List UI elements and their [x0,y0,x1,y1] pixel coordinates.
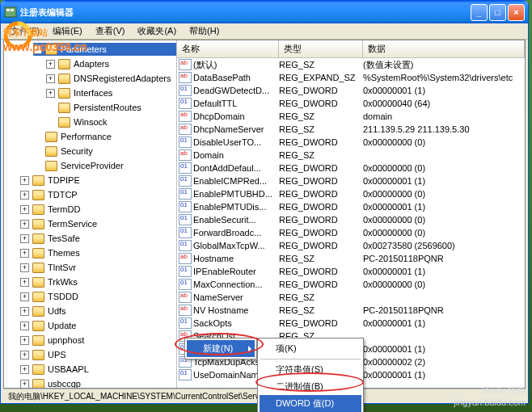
tree-item[interactable]: +USBAAPL [20,363,176,376]
list-row[interactable]: ForwardBroadc...REG_DWORD0x00000000 (0) [177,226,525,239]
value-name: IPEnableRouter [193,267,279,276]
tree-toggle-icon[interactable]: + [46,60,55,69]
tree-toggle-icon[interactable]: + [20,278,29,287]
tree-item[interactable]: −Parameters [33,43,176,56]
menu-view[interactable]: 查看(V) [89,23,132,39]
tree-item[interactable]: +TSDDD [20,290,176,303]
list-row[interactable]: EnableICMPRed...REG_DWORD0x00000001 (1) [177,174,525,187]
tree-item[interactable]: PersistentRoutes [46,101,176,114]
value-data: 0x00000000 (0) [363,163,525,173]
tree-item-label: TDPIPE [48,175,80,185]
tree-item[interactable]: +upnphost [20,334,176,347]
tree-item[interactable]: Performance [33,130,176,143]
tree-toggle-icon[interactable]: + [20,220,29,229]
list-row[interactable]: MaxConnection...REG_DWORD0x00000000 (0) [177,278,525,291]
value-type: REG_SZ [279,292,363,302]
list-row[interactable]: DataBasePathREG_EXPAND_SZ%SystemRoot%\Sy… [177,71,525,84]
tree-item[interactable]: +Adapters [46,57,176,70]
tree-toggle-icon[interactable]: + [20,234,29,243]
list-row[interactable]: DisableUserTO...REG_DWORD0x00000000 (0) [177,136,525,149]
tree-toggle-icon[interactable]: + [20,191,29,200]
tree-item-label: TDTCP [48,190,78,200]
folder-icon [32,190,44,200]
tree-toggle-icon[interactable]: + [46,89,55,98]
tree-item[interactable]: +Update [20,319,176,332]
tree-toggle-icon[interactable]: + [20,205,29,214]
tree-item[interactable]: Security [33,145,176,158]
tree-toggle-icon[interactable]: + [46,74,55,83]
list-row[interactable]: IPEnableRouterREG_DWORD0x00000001 (1) [177,265,525,278]
col-name[interactable]: 名称 [177,40,279,57]
col-type[interactable]: 类型 [279,40,363,57]
tree-item[interactable]: Winsock [46,116,176,128]
tree-item[interactable]: +usbccgp [20,377,176,388]
context-menu-2[interactable]: 项(K) 字符串值(S) 二进制值(B) DWORD 值(D) 多字符串值(M)… [257,338,364,412]
tree-toggle-icon[interactable]: + [20,263,29,272]
tree-item[interactable]: +Udfs [20,305,176,317]
tree-toggle-icon[interactable]: + [20,365,29,374]
list-row[interactable]: (默认)REG_SZ(数值未设置) [177,58,525,71]
tree-toggle-icon[interactable]: + [20,249,29,258]
folder-icon [32,175,44,186]
tree-toggle-icon[interactable]: + [20,351,29,359]
list-row[interactable]: EnablePMTUDis...REG_DWORD0x00000001 (1) [177,200,525,213]
list-row[interactable]: DhcpDomainREG_SZdomain [177,110,525,123]
menu-edit[interactable]: 编辑(E) [46,23,89,39]
tree-item[interactable]: +TermDD [20,203,176,216]
list-row[interactable]: DhcpNameServerREG_SZ211.139.5.29 211.139… [177,123,525,136]
minimize-button[interactable]: _ [471,4,488,21]
ctx-string[interactable]: 字符串值(S) [260,361,361,378]
maximize-button[interactable]: □ [489,4,506,21]
tree-item[interactable]: +TlntSvr [20,261,176,274]
list-row[interactable]: EnablePMTUBHD...REG_DWORD0x00000000 (0) [177,187,525,200]
tree-item[interactable]: +TDTCP [20,188,176,201]
tree-item[interactable]: +TDPIPE [20,174,176,187]
list-row[interactable]: NV HostnameREG_SZPC-20150118PQNR [177,304,525,317]
ctx-dword[interactable]: DWORD 值(D) [260,395,361,412]
tree-item[interactable]: ServiceProvider [33,159,176,172]
list-row[interactable]: DefaultTTLREG_DWORD0x00000040 (64) [177,97,525,110]
tree-toggle-icon[interactable]: + [20,322,29,330]
close-button[interactable]: × [508,4,525,21]
tree-pane[interactable]: −Parameters+Adapters+DNSRegisteredAdapte… [4,40,177,388]
col-data[interactable]: 数据 [363,40,525,57]
list-row[interactable]: DomainREG_SZ [177,149,525,162]
value-type: REG_SZ [279,111,363,121]
dword-value-icon [179,369,192,380]
list-row[interactable]: DontAddDefaul...REG_DWORD0x00000000 (0) [177,162,525,174]
menu-help[interactable]: 帮助(H) [183,23,226,39]
list-row[interactable]: NameServerREG_SZ [177,291,525,304]
list-row[interactable]: SackOptsREG_DWORD0x00000001 (1) [177,317,525,330]
value-data: %SystemRoot%\System32\drivers\etc [363,73,525,82]
dword-value-icon [179,279,192,290]
titlebar[interactable]: 注册表编辑器 _ □ × [1,1,528,23]
ctx-new[interactable]: 新建(N) [187,340,255,357]
ctx-key[interactable]: 项(K) [260,340,361,357]
tree-item[interactable]: +UPS [20,348,176,361]
context-menu-1[interactable]: 新建(N) [184,338,257,359]
tree-item[interactable]: +TesSafe [20,232,176,245]
tree-item[interactable]: +TrkWks [20,275,176,288]
tree-item[interactable]: +TermService [20,217,176,230]
tree-item[interactable]: +DNSRegisteredAdapters [46,72,176,85]
string-value-icon [179,72,192,83]
list-row[interactable]: GlobalMaxTcpW...REG_DWORD0x00273580 (256… [177,239,525,252]
tree-toggle-icon[interactable]: − [33,45,42,54]
tree-toggle-icon[interactable]: + [20,307,29,316]
menu-file[interactable]: 文件(F) [4,23,46,39]
menu-favorites[interactable]: 收藏夹(A) [131,23,183,39]
list-row[interactable]: DeadGWDetectD...REG_DWORD0x00000001 (1) [177,84,525,97]
tree-item[interactable]: +Themes [20,246,176,259]
tree-item[interactable]: +Interfaces [46,86,176,99]
tree-toggle-icon[interactable]: + [20,336,29,345]
value-type: REG_SZ [279,150,363,160]
list-row[interactable]: HostnameREG_SZPC-20150118PQNR [177,252,525,265]
tree-toggle-icon[interactable]: + [20,176,29,185]
list-row[interactable]: EnableSecurit...REG_DWORD0x00000000 (0) [177,213,525,226]
value-name: NV Hostname [193,305,279,315]
client-area: −Parameters+Adapters+DNSRegisteredAdapte… [3,40,526,389]
string-value-icon [179,111,192,122]
tree-toggle-icon[interactable]: + [20,292,29,301]
tree-toggle-icon[interactable]: + [20,380,29,389]
ctx-binary[interactable]: 二进制值(B) [260,378,361,395]
